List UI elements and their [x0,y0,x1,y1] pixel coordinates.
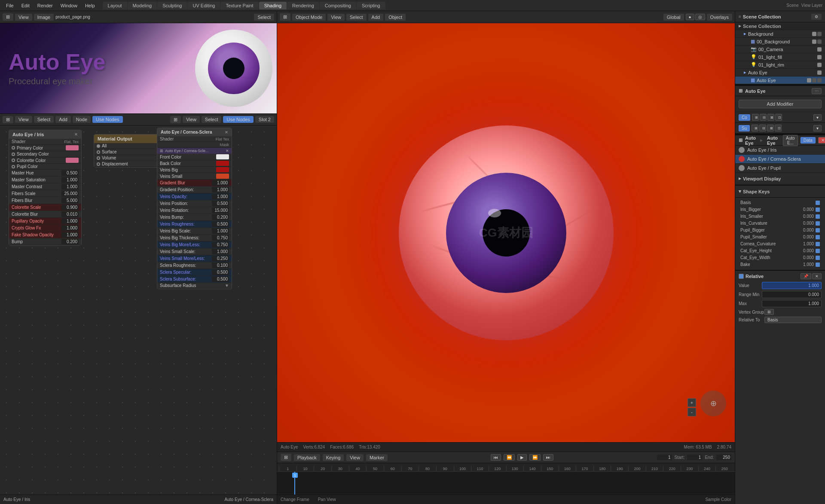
iris-curvature-check[interactable] [816,221,820,226]
jump-end-btn[interactable]: ⏭ [543,454,553,461]
veins-big-scale-input[interactable] [212,228,229,234]
tab-texture-paint[interactable]: Texture Paint [220,2,258,9]
end-frame-input[interactable]: 250 [716,455,731,460]
eye-vis-icon[interactable] [817,47,822,52]
node-select-btn2[interactable]: Select [202,116,222,123]
veins-small-scale-input[interactable] [212,249,229,254]
shape-key-cat-eye-width[interactable]: Cat_Eye_Width 0.000 [739,254,822,261]
add-modifier-btn[interactable]: Add Modifier [739,100,822,108]
master-cont-input[interactable] [61,184,79,189]
colorette-scale-input[interactable] [61,205,79,210]
iris-bigger-check[interactable] [816,208,820,212]
veins-small-swatch[interactable] [216,174,229,179]
eye-vis-icon[interactable] [812,40,816,44]
cat-eye-width-check[interactable] [816,256,820,260]
data-close-btn[interactable]: ✕ [818,137,825,144]
node-cornea-sclera[interactable]: Auto Eye / Cornea-Sclera ✕ Shader Flat T… [157,128,232,289]
jump-next-btn[interactable]: ⏩ [529,454,541,461]
gradient-blur-input[interactable] [212,180,229,186]
jump-prev-btn[interactable]: ⏪ [504,454,515,461]
timeline-mode-btn[interactable]: ⊞ [281,454,291,461]
keying-btn[interactable]: Keying [323,454,344,461]
pupillary-opacity-input[interactable] [61,218,79,224]
fibers-scale-input[interactable] [61,191,79,196]
shape-key-iris-smaller[interactable]: Iris_Smaller 0.000 [739,213,822,220]
viewport-canvas[interactable]: CG素材园 ⊕ + - [277,23,735,442]
timeline-view-btn[interactable]: View [346,454,364,461]
shape-keys-title[interactable]: ▾ Shape Keys [739,187,822,195]
tab-uv-editing[interactable]: UV Editing [187,2,220,9]
start-frame-input[interactable]: 1 [687,455,702,460]
outliner-item-auto-eye-collection[interactable]: ▸ Auto Eye [735,69,825,76]
relative-checkbox[interactable] [739,274,744,279]
fake-shadow-input[interactable] [61,232,79,238]
viewport-add-btn[interactable]: Add [368,14,384,21]
viewport-shading-btn[interactable]: Global [663,14,684,21]
menu-window[interactable]: Window [57,2,81,9]
crypts-glow-input[interactable] [61,225,79,231]
range-min-input[interactable]: 0.000 [762,291,822,298]
surface-tab-su[interactable]: Su [739,125,750,131]
gradient-pos-input[interactable] [212,187,229,192]
front-color-swatch[interactable] [216,154,229,159]
mod-icon-1[interactable]: ⊞ [752,114,759,121]
master-hue-input[interactable] [61,170,79,176]
menu-edit[interactable]: Edit [18,2,33,9]
cornea-curvature-check[interactable] [816,242,820,246]
data-material-title[interactable]: Auto E... [783,135,798,146]
pupil-bigger-check[interactable] [816,228,820,232]
menu-file[interactable]: File [3,2,17,9]
tab-rendering[interactable]: Rendering [287,2,319,9]
zoom-in-btn[interactable]: + [688,398,696,407]
node-add-btn[interactable]: Add [55,116,71,123]
surf-icon-2[interactable]: ⊟ [759,125,766,131]
shading-render-btn[interactable]: ◎ [695,14,705,20]
outliner-item-scene-collection[interactable]: ▸ Scene Collection [735,22,825,30]
range-max-input[interactable]: 1.000 [762,300,822,307]
iris-smaller-check[interactable] [816,214,820,219]
surf-icon-4[interactable]: ⊡ [775,125,782,131]
tab-compositing[interactable]: Compositing [320,2,356,9]
node-auto-eye-iris[interactable]: Auto Eye / Iris ✕ Shader Flat, Tex Prima… [9,130,82,246]
color-swatch[interactable] [66,158,79,163]
tab-modeling[interactable]: Modeling [128,2,157,9]
mat-item-pupil[interactable]: Auto Eye / Pupil [735,164,825,173]
back-color-swatch[interactable] [216,161,229,166]
node-node-btn[interactable]: Node [73,116,91,123]
shape-key-iris-bigger[interactable]: Iris_Bigger 0.000 [739,206,822,213]
shading-solid-btn[interactable]: ● [686,14,694,20]
shape-key-iris-curvature[interactable]: Iris_Curvature 0.000 [739,220,822,226]
menu-help[interactable]: Help [82,2,98,9]
tab-shading[interactable]: Shading [259,2,287,9]
timeline-track[interactable]: 1 [277,472,735,493]
render-vis-icon[interactable] [817,32,822,36]
colorette-blur-input[interactable] [61,211,79,217]
eye-vis-icon[interactable] [817,63,822,67]
tab-layout[interactable]: Layout [103,2,127,9]
veins-rot-input[interactable] [212,208,229,213]
shape-key-pupil-bigger[interactable]: Pupil_Bigger 0.000 [739,227,822,233]
node-mode-btn2[interactable]: ⊞ [170,116,181,123]
tab-sculpting[interactable]: Sculpting [157,2,187,9]
master-sat-input[interactable] [61,177,79,183]
relative-close-btn[interactable]: ✕ [812,273,822,279]
pupil-smaller-check[interactable] [816,235,820,239]
vertex-group-btn[interactable]: ⊞ [764,309,774,315]
eye-vis-icon[interactable] [812,32,816,36]
outliner-item-background[interactable]: ▸ Background [735,30,825,38]
bump-input[interactable] [61,239,79,244]
veins-big-more-input[interactable] [212,242,229,247]
veins-big-swatch[interactable] [216,167,229,172]
sclera-specular-input[interactable] [212,269,229,275]
current-frame-input[interactable]: 1 [657,455,672,460]
veins-rough-input[interactable] [212,221,229,227]
tab-scripting[interactable]: Scripting [357,2,385,9]
relative-pin-btn[interactable]: 📌 [801,273,811,279]
marker-btn[interactable]: Marker [366,454,388,461]
node-canvas[interactable]: Auto Eye / Iris ✕ Shader Flat, Tex Prima… [0,125,277,495]
outliner-item-00-background[interactable]: ▦ 00_Background [735,38,825,46]
data-title-btn[interactable]: Data [801,137,816,144]
restrict-icon[interactable] [812,78,816,82]
surf-icon-1[interactable]: ⊞ [752,125,758,131]
use-nodes-btn2[interactable]: Use Nodes [223,116,253,123]
